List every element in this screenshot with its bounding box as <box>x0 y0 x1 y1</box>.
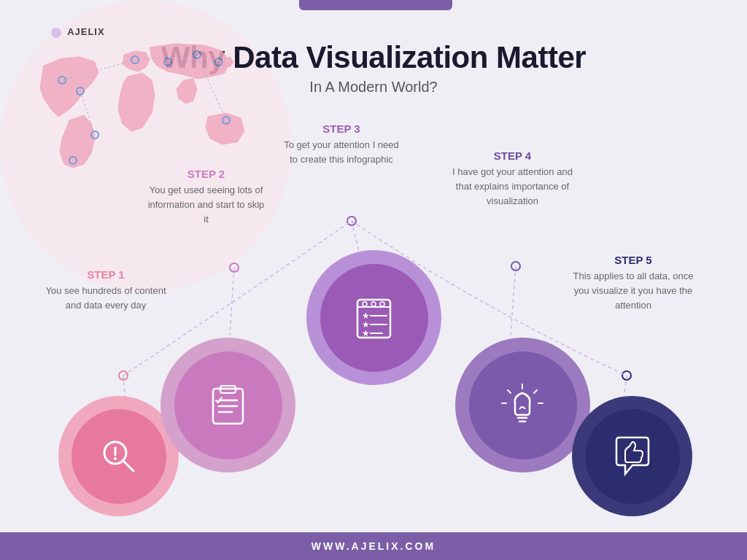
svg-line-40 <box>534 390 537 393</box>
circle2 <box>160 338 295 472</box>
connector-dot-3 <box>347 216 357 226</box>
step1-label: STEP 1 <box>44 268 168 281</box>
svg-text:★: ★ <box>362 328 370 338</box>
circle1-inner <box>71 409 166 504</box>
circle2-inner <box>174 351 282 459</box>
step3-text: To get your attention I need to create t… <box>284 139 399 165</box>
svg-point-32 <box>380 302 384 306</box>
top-accent-bar <box>299 0 452 10</box>
footer: WWW.AJELIX.COM <box>0 532 747 560</box>
clipboard-icon <box>204 381 252 429</box>
connector-dot-5 <box>622 370 632 381</box>
connector-dot-1 <box>118 370 128 381</box>
svg-point-30 <box>363 302 367 306</box>
step1-block: STEP 1 You see hundreds of content and d… <box>44 268 168 313</box>
world-map-svg <box>22 22 270 182</box>
step5-text: This applies to all data, once you visua… <box>573 271 694 311</box>
footer-url: WWW.AJELIX.COM <box>311 540 436 552</box>
step3-block: STEP 3 To get your attention I need to c… <box>283 122 400 167</box>
step5-label: STEP 5 <box>571 254 695 266</box>
step5-block: STEP 5 This applies to all data, once yo… <box>571 254 695 313</box>
globe-circle <box>0 0 292 292</box>
circle3: ★ ★ ★ <box>306 250 441 385</box>
svg-line-1 <box>230 268 234 335</box>
circle4-inner <box>469 351 577 459</box>
step1-text: You see hundreds of content and data eve… <box>45 285 166 311</box>
step2-text: You get used seeing lots of information … <box>148 184 265 225</box>
circle3-inner: ★ ★ ★ <box>320 264 428 372</box>
step3-label: STEP 3 <box>283 122 400 135</box>
svg-line-3 <box>511 266 516 335</box>
circle5-inner <box>585 409 680 504</box>
svg-line-42 <box>508 390 511 393</box>
step4-block: STEP 4 I have got your attention and tha… <box>452 149 573 209</box>
step4-text: I have got your attention and that expla… <box>452 166 573 206</box>
svg-point-22 <box>114 457 117 460</box>
lightbulb-icon <box>499 381 546 429</box>
connector-dot-2 <box>229 262 239 273</box>
svg-point-31 <box>371 302 376 306</box>
thumbs-up-icon <box>611 435 654 478</box>
connector-dot-4 <box>511 261 521 271</box>
search-exclamation-icon <box>97 435 141 478</box>
notepad-star-icon: ★ ★ ★ <box>350 294 398 341</box>
circle5 <box>572 396 692 516</box>
circle4 <box>455 338 590 472</box>
svg-line-20 <box>123 461 133 471</box>
step4-label: STEP 4 <box>452 149 573 162</box>
